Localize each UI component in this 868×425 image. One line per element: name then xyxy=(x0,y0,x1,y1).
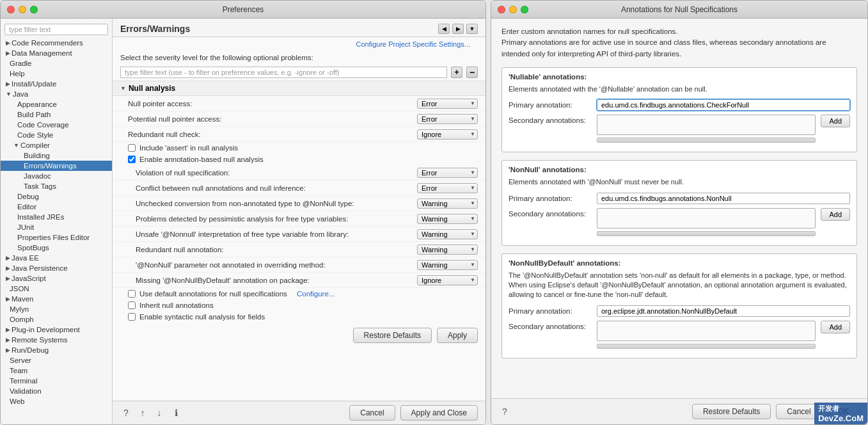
maximize-button[interactable] xyxy=(30,6,38,13)
sidebar-item-oomph[interactable]: Oomph xyxy=(1,314,112,325)
null-analysis-header[interactable]: ▼ Null analysis xyxy=(113,81,485,96)
setting-select-nonnull-param[interactable]: ErrorWarningIgnore xyxy=(417,260,478,270)
scrollbar-stub xyxy=(597,231,816,236)
sidebar-item-compiler[interactable]: ▼ Compiler xyxy=(1,140,112,150)
filter-row: + − xyxy=(113,64,485,81)
annotations-minimize-button[interactable] xyxy=(509,6,517,13)
nonnull-secondary-label: Secondary annotations: xyxy=(509,208,592,218)
sidebar-item-errors-warnings[interactable]: Errors/Warnings xyxy=(1,161,112,171)
sidebar-item-task-tags[interactable]: Task Tags xyxy=(1,181,112,191)
import-icon[interactable]: ↑ xyxy=(137,407,148,419)
checkbox-enable-annotation: Enable annotation-based null analysis xyxy=(113,154,485,165)
configure-inline-link[interactable]: Configure... xyxy=(297,290,335,298)
annotations-maximize-button[interactable] xyxy=(521,6,528,13)
nullable-primary-input[interactable] xyxy=(597,99,850,111)
setting-select-conflict[interactable]: ErrorWarningIgnore xyxy=(417,183,478,193)
nav-menu-button[interactable]: ▼ xyxy=(466,24,478,34)
sidebar-item-terminal[interactable]: Terminal xyxy=(1,376,112,386)
setting-select-violation[interactable]: ErrorWarningIgnore xyxy=(417,168,478,178)
annotations-footer-left: ? xyxy=(499,406,510,417)
sidebar-item-team[interactable]: Team xyxy=(1,365,112,376)
sidebar-item-data-management[interactable]: ▶ Data Management xyxy=(1,48,112,58)
nonnull-add-button[interactable]: Add xyxy=(821,208,850,221)
setting-row-potential-null: Potential null pointer access: ErrorWarn… xyxy=(113,111,485,127)
sidebar-item-junit[interactable]: JUnit xyxy=(1,222,112,232)
nullable-secondary-textarea[interactable] xyxy=(597,115,816,135)
sidebar-item-remote-systems[interactable]: ▶ Remote Systems xyxy=(1,335,112,345)
setting-select-potential-null[interactable]: ErrorWarningIgnore xyxy=(417,114,478,124)
sidebar-item-validation[interactable]: Validation xyxy=(1,386,112,396)
setting-select-redundant-null[interactable]: ErrorWarningIgnore xyxy=(417,129,478,140)
sidebar-item-json[interactable]: JSON xyxy=(1,284,112,294)
sidebar-item-build-path[interactable]: Build Path xyxy=(1,109,112,120)
export-icon[interactable]: ↓ xyxy=(154,407,165,419)
setting-label: '@NonNull' parameter not annotated in ov… xyxy=(136,261,417,269)
filter-input[interactable] xyxy=(120,67,447,78)
nullable-secondary-row: Secondary annotations: Add xyxy=(509,115,850,143)
sidebar-item-debug[interactable]: Debug xyxy=(1,191,112,202)
cancel-button[interactable]: Cancel xyxy=(349,405,395,421)
sidebar-item-maven[interactable]: ▶ Maven xyxy=(1,294,112,304)
setting-select-null-pointer[interactable]: ErrorWarningIgnore xyxy=(417,99,478,109)
sidebar-item-help[interactable]: Help xyxy=(1,68,112,79)
sidebar-item-gradle[interactable]: Gradle xyxy=(1,58,112,68)
sidebar-search-input[interactable] xyxy=(4,24,108,35)
apply-and-close-button[interactable]: Apply and Close xyxy=(400,405,478,421)
sidebar-item-code-recommenders[interactable]: ▶ Code Recommenders xyxy=(1,38,112,48)
sidebar-item-java-persistence[interactable]: ▶ Java Persistence xyxy=(1,263,112,273)
setting-select-redundant-annotation[interactable]: ErrorWarningIgnore xyxy=(417,245,478,255)
restore-defaults-button-inner[interactable]: Restore Defaults xyxy=(353,328,432,343)
sidebar-item-install-update[interactable]: ▶ Install/Update xyxy=(1,79,112,89)
nonnullbydefault-secondary-textarea[interactable] xyxy=(597,321,816,341)
setting-select-unchecked[interactable]: ErrorWarningIgnore xyxy=(417,198,478,209)
annotations-close-button[interactable] xyxy=(498,6,505,13)
sidebar-item-web[interactable]: Web xyxy=(1,396,112,406)
sidebar-item-run-debug[interactable]: ▶ Run/Debug xyxy=(1,345,112,355)
checkbox-assert-input[interactable] xyxy=(128,144,136,152)
nonnull-secondary-textarea[interactable] xyxy=(597,208,816,229)
checkbox-annotation-input[interactable] xyxy=(128,156,136,163)
minimize-button[interactable] xyxy=(19,6,26,13)
annotations-help-icon[interactable]: ? xyxy=(499,406,510,417)
sidebar-item-building[interactable]: Building xyxy=(1,150,112,161)
sidebar-item-java[interactable]: ▼ Java xyxy=(1,89,112,99)
nullable-primary-label: Primary annotation: xyxy=(509,99,592,109)
sidebar-item-plugin-dev[interactable]: ▶ Plug-in Development xyxy=(1,325,112,335)
sidebar-item-spotbugs[interactable]: SpotBugs xyxy=(1,243,112,253)
sidebar-item-editor[interactable]: Editor xyxy=(1,202,112,212)
sidebar-item-mylyn[interactable]: Mylyn xyxy=(1,304,112,314)
checkbox-inherit-input[interactable] xyxy=(128,301,136,309)
info-icon[interactable]: ℹ xyxy=(170,407,182,419)
nullable-add-button[interactable]: Add xyxy=(821,115,850,127)
nonnull-primary-input[interactable] xyxy=(597,193,850,204)
sidebar-item-server[interactable]: Server xyxy=(1,355,112,365)
filter-remove-button[interactable]: − xyxy=(466,67,478,78)
sidebar-item-java-ee[interactable]: ▶ Java EE xyxy=(1,253,112,263)
checkbox-use-default-input[interactable] xyxy=(128,290,136,298)
nonnullbydefault-add-button[interactable]: Add xyxy=(821,321,850,333)
annotations-restore-defaults-button[interactable]: Restore Defaults xyxy=(692,404,771,419)
nullable-textarea-wrapper xyxy=(597,115,816,143)
setting-label: Null pointer access: xyxy=(128,100,417,108)
sidebar-item-code-style[interactable]: Code Style xyxy=(1,130,112,140)
setting-select-pessimistic[interactable]: ErrorWarningIgnore xyxy=(417,214,478,224)
nonnullbydefault-primary-input[interactable] xyxy=(597,305,850,317)
nav-forward-button[interactable]: ▶ xyxy=(452,24,464,34)
sidebar-item-code-coverage[interactable]: Code Coverage xyxy=(1,120,112,130)
sidebar-item-appearance[interactable]: Appearance xyxy=(1,99,112,109)
configure-project-link[interactable]: Configure Project Specific Settings... xyxy=(348,38,478,51)
nullable-section-title: 'Nullable' annotations: xyxy=(509,73,850,81)
close-button[interactable] xyxy=(7,6,15,13)
sidebar-item-installed-jres[interactable]: Installed JREs xyxy=(1,212,112,222)
help-icon[interactable]: ? xyxy=(120,407,132,419)
sidebar-item-javascript[interactable]: ▶ JavaScript xyxy=(1,273,112,284)
sidebar-item-javadoc[interactable]: Javadoc xyxy=(1,171,112,181)
sidebar-item-properties-files-editor[interactable]: Properties Files Editor xyxy=(1,232,112,243)
apply-button-inner[interactable]: Apply xyxy=(437,328,478,343)
annotations-panel: Annotations for Null Specifications Ente… xyxy=(491,0,868,425)
setting-select-unsafe[interactable]: ErrorWarningIgnore xyxy=(417,229,478,239)
filter-add-button[interactable]: + xyxy=(451,67,462,78)
checkbox-syntactic-input[interactable] xyxy=(128,313,136,321)
nav-back-button[interactable]: ◀ xyxy=(438,24,450,34)
setting-select-missing-default[interactable]: ErrorWarningIgnore xyxy=(417,275,478,285)
